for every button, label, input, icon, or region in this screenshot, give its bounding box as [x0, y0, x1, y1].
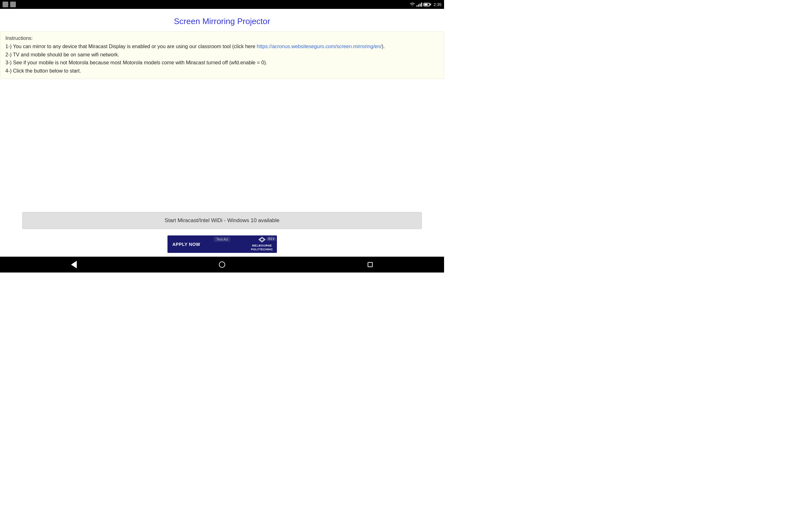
instructions-heading: Instructions: [5, 36, 439, 41]
signal-icon [416, 2, 422, 7]
recent-button[interactable] [361, 257, 380, 273]
time-display: 2:35 [434, 2, 442, 7]
instruction-item-4: 4-) Click the button below to start. [5, 67, 439, 75]
instructions-area: Instructions: 1-) You can mirror to any … [0, 32, 444, 79]
instruction-item-1: 1-) You can mirror to any device that Mi… [5, 43, 439, 51]
ad-chevron-icon: ▾ [273, 237, 274, 240]
button-area: Start Miracast/Intel WiDi - Windows 10 a… [0, 210, 444, 232]
main-content: Screen Mirroring Projector Instructions:… [0, 9, 444, 257]
battery-icon [423, 3, 431, 6]
notification-icon-2 [10, 2, 16, 7]
app-title: Screen Mirroring Projector [0, 9, 444, 32]
ad-logo-icon [256, 237, 268, 244]
ad-test-label: Test Ad [214, 237, 230, 242]
home-button[interactable] [212, 257, 232, 273]
back-icon [71, 261, 77, 268]
ad-logo-text: MELBOURNEPOLYTECHNIC [251, 244, 273, 251]
start-miracast-button[interactable]: Start Miracast/Intel WiDi - Windows 10 a… [22, 212, 422, 229]
status-bar-left [3, 2, 16, 7]
ad-banner[interactable]: Test Ad Ad ▾ APPLY NOW MELBOURNEPOLYTECH… [167, 235, 277, 253]
recent-icon [368, 262, 373, 267]
wifi-icon [409, 2, 415, 7]
instruction-item-3: 3-) See if your mobile is not Motorola b… [5, 59, 439, 67]
status-bar: 2:35 [0, 0, 444, 9]
status-bar-right: 2:35 [409, 2, 442, 7]
instruction-item-2: 2-) TV and mobile should be on same wifi… [5, 51, 439, 59]
ad-apply-now: APPLY NOW [167, 242, 206, 247]
content-spacer [0, 81, 444, 210]
notification-icon-1 [3, 2, 8, 7]
instruction-link[interactable]: https://acronus.websiteseguro.com/screen… [257, 44, 382, 49]
ad-container: Test Ad Ad ▾ APPLY NOW MELBOURNEPOLYTECH… [0, 232, 444, 257]
home-icon [219, 262, 225, 268]
back-button[interactable] [64, 257, 84, 273]
ad-label: Ad ▾ [267, 237, 275, 241]
nav-bar [0, 257, 444, 273]
